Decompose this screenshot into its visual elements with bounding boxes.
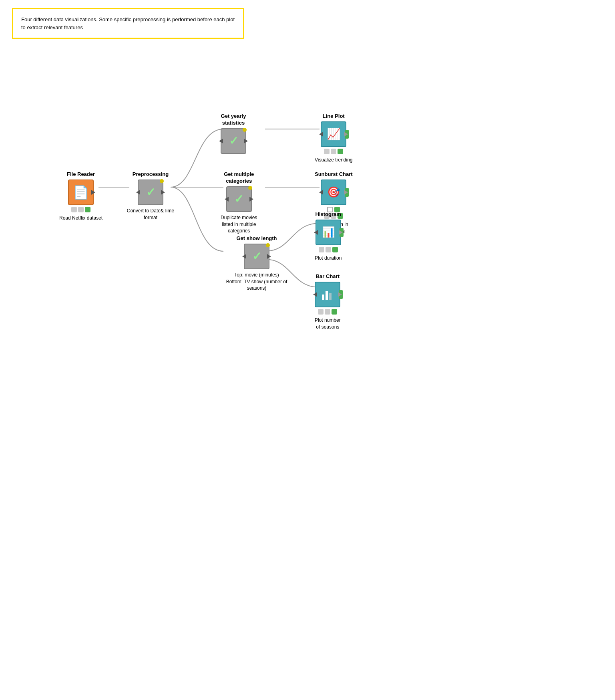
connections-svg <box>27 55 588 656</box>
preprocessing-box: ✓ <box>138 180 163 205</box>
get-show-length-box: ✓ <box>244 244 269 269</box>
sunburst-title: Sunburst Chart <box>315 171 353 178</box>
get-show-length-yellow-dot <box>266 243 270 247</box>
get-multiple-out-port <box>249 197 253 202</box>
bar-chart-label: Plot numberof seasons <box>315 317 341 331</box>
bar-chart-title: Bar Chart <box>316 273 340 280</box>
get-multiple-in-port <box>225 197 229 202</box>
histogram-in-port <box>314 230 318 235</box>
file-reader-out-port <box>91 190 95 195</box>
get-yearly-title: Get yearlystatistics <box>221 113 246 127</box>
get-yearly-out-port <box>244 139 248 143</box>
get-show-length-title: Get show length <box>236 235 277 242</box>
get-show-length-check-icon: ✓ <box>252 251 261 262</box>
get-multiple-title: Get multiplecategories <box>224 171 254 185</box>
bar-chart-box <box>315 282 340 307</box>
line-plot-box: 📈 <box>321 121 346 147</box>
get-yearly-in-port <box>219 139 223 143</box>
get-multiple-box: ✓ <box>226 186 252 212</box>
file-reader-status <box>71 207 90 212</box>
preprocessing-yellow-dot <box>160 179 164 183</box>
get-multiple-yellow-dot <box>248 186 252 190</box>
svg-rect-3 <box>329 293 332 300</box>
preprocessing-in-port <box>136 190 140 195</box>
lp-dot1 <box>324 149 330 154</box>
get-yearly-box: ✓ <box>221 128 246 154</box>
get-multiple-check-icon: ✓ <box>234 194 243 205</box>
line-plot-out-port <box>344 132 348 137</box>
get-multiple-label: Duplicate movieslisted in multiplecatego… <box>221 214 257 234</box>
preprocessing-node[interactable]: Preprocessing ✓ Convert to Date&Time for… <box>127 171 175 221</box>
preprocessing-out-port <box>161 190 165 195</box>
histogram-node[interactable]: Histogram 📊 Plot duration <box>315 211 342 262</box>
histogram-out-port <box>339 230 343 235</box>
svg-rect-0 <box>322 295 324 300</box>
get-show-length-out-port <box>267 254 271 259</box>
line-plot-label: Visualize trending <box>315 157 353 163</box>
bc-dot1 <box>318 309 324 315</box>
histogram-title: Histogram <box>316 211 341 218</box>
histogram-icon: 📊 <box>322 226 335 238</box>
workflow-canvas: File Reader 📄 Read Netflix dataset Prepr… <box>27 55 588 656</box>
dot2 <box>78 207 84 212</box>
get-multiple-node[interactable]: Get multiplecategories ✓ Duplicate movie… <box>221 171 257 234</box>
bc-dot2 <box>325 309 330 315</box>
file-reader-node[interactable]: File Reader 📄 Read Netflix dataset <box>59 171 102 222</box>
description-box: Four different data visualizations. Some… <box>12 8 244 39</box>
bar-chart-icon <box>320 287 335 302</box>
hist-dot2 <box>326 247 331 252</box>
sunburst-in-port <box>319 190 323 195</box>
get-yearly-node[interactable]: Get yearlystatistics ✓ <box>221 113 246 154</box>
bc-dot3 <box>332 309 337 315</box>
line-plot-icon: 📈 <box>327 127 341 141</box>
bar-chart-in-port <box>313 292 317 297</box>
get-show-length-in-port <box>242 254 246 259</box>
line-plot-node[interactable]: Line Plot 📈 Visualize trending <box>315 113 353 163</box>
get-show-length-sublabel: Top: movie (minutes)Bottom: TV show (num… <box>221 272 293 292</box>
line-plot-title: Line Plot <box>323 113 345 120</box>
histogram-label: Plot duration <box>315 255 342 262</box>
bar-chart-out-port <box>338 292 342 297</box>
hist-dot1 <box>319 247 324 252</box>
description-text: Four different data visualizations. Some… <box>21 16 235 30</box>
file-reader-icon: 📄 <box>73 185 89 200</box>
lp-dot2 <box>331 149 336 154</box>
sunburst-out-port <box>344 190 348 195</box>
get-show-length-node[interactable]: Get show length ✓ Top: movie (minutes)Bo… <box>221 235 293 292</box>
preprocessing-title: Preprocessing <box>133 171 169 178</box>
bar-chart-node[interactable]: Bar Chart Plot numberof seasons <box>315 273 341 330</box>
page-container: Four different data visualizations. Some… <box>0 0 615 664</box>
svg-rect-1 <box>326 291 328 300</box>
sunburst-icon: 🎯 <box>327 186 340 198</box>
file-reader-title: File Reader <box>67 171 95 178</box>
lp-dot3 <box>338 149 343 154</box>
file-reader-label: Read Netflix dataset <box>59 215 102 222</box>
dot1 <box>71 207 77 212</box>
preprocessing-label: Convert to Date&Time format <box>127 208 175 221</box>
file-reader-box: 📄 <box>68 180 94 205</box>
hist-dot3 <box>332 247 338 252</box>
preprocessing-check-icon: ✓ <box>146 187 155 198</box>
get-yearly-check-icon: ✓ <box>229 135 238 147</box>
dot3 <box>85 207 90 212</box>
histogram-box: 📊 <box>316 220 341 245</box>
get-yearly-yellow-dot <box>243 128 247 132</box>
sunburst-box: 🎯 <box>321 180 346 205</box>
line-plot-in-port <box>319 132 323 137</box>
